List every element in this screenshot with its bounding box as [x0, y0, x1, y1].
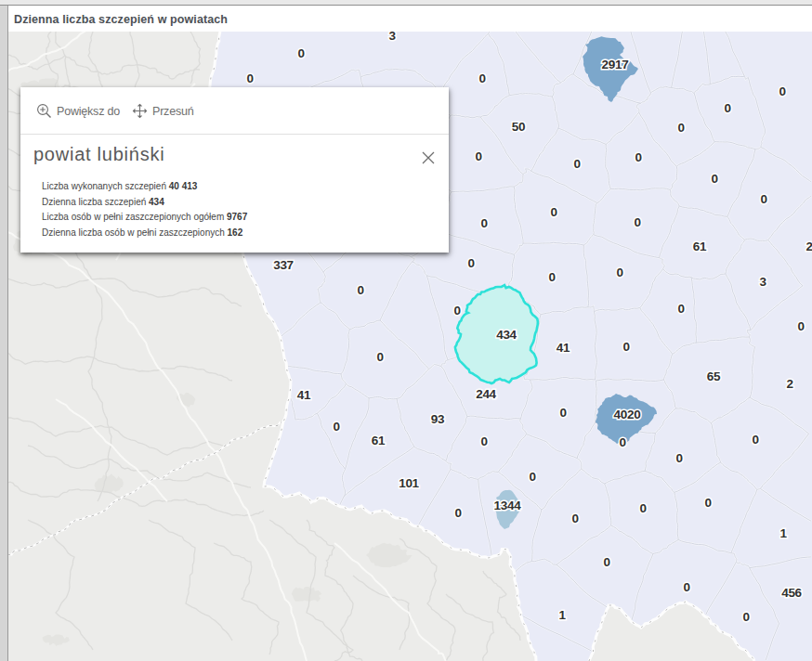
svg-text:1: 1 — [779, 526, 787, 540]
svg-text:2: 2 — [786, 377, 792, 391]
svg-text:0: 0 — [550, 205, 557, 219]
svg-text:0: 0 — [376, 350, 383, 364]
svg-text:50: 50 — [512, 120, 525, 134]
svg-text:0: 0 — [297, 46, 304, 60]
svg-text:0: 0 — [616, 266, 622, 279]
svg-text:1344: 1344 — [494, 499, 522, 512]
svg-text:3: 3 — [759, 275, 766, 289]
svg-text:61: 61 — [693, 240, 707, 253]
svg-text:0: 0 — [677, 302, 684, 316]
svg-text:0: 0 — [634, 215, 640, 229]
svg-text:244: 244 — [476, 387, 496, 401]
svg-text:0: 0 — [797, 319, 804, 333]
svg-text:3: 3 — [388, 32, 396, 43]
svg-text:0: 0 — [683, 580, 689, 594]
svg-text:0: 0 — [711, 172, 717, 186]
svg-text:0: 0 — [333, 420, 339, 434]
svg-text:1: 1 — [558, 608, 566, 622]
svg-text:41: 41 — [557, 341, 570, 355]
svg-text:2: 2 — [805, 240, 812, 253]
svg-text:0: 0 — [571, 512, 578, 525]
svg-text:337: 337 — [273, 258, 294, 272]
svg-text:0: 0 — [480, 216, 487, 230]
svg-text:41: 41 — [297, 388, 311, 402]
svg-text:65: 65 — [707, 369, 721, 383]
svg-text:0: 0 — [573, 157, 580, 171]
svg-text:0: 0 — [454, 506, 461, 520]
svg-text:61: 61 — [372, 434, 386, 447]
svg-text:0: 0 — [475, 149, 481, 163]
svg-text:93: 93 — [431, 412, 445, 426]
svg-text:0: 0 — [478, 71, 485, 85]
svg-text:434: 434 — [496, 328, 517, 342]
svg-text:0: 0 — [635, 150, 641, 164]
svg-text:0: 0 — [559, 406, 566, 420]
svg-text:0: 0 — [246, 71, 253, 85]
svg-text:0: 0 — [779, 84, 785, 98]
svg-text:0: 0 — [529, 470, 535, 484]
svg-text:4020: 4020 — [614, 408, 641, 421]
svg-text:2917: 2917 — [602, 58, 629, 71]
svg-text:0: 0 — [619, 435, 625, 449]
svg-text:0: 0 — [724, 101, 730, 115]
svg-text:0: 0 — [480, 434, 487, 448]
svg-text:0: 0 — [639, 501, 646, 515]
svg-text:101: 101 — [399, 476, 419, 490]
svg-text:0: 0 — [704, 496, 711, 510]
svg-text:0: 0 — [675, 451, 682, 465]
svg-text:0: 0 — [742, 610, 749, 624]
svg-text:0: 0 — [548, 270, 555, 284]
svg-text:0: 0 — [677, 121, 684, 135]
svg-text:0: 0 — [752, 433, 758, 447]
svg-text:0: 0 — [603, 555, 609, 569]
svg-text:456: 456 — [781, 586, 802, 600]
svg-text:0: 0 — [357, 283, 363, 297]
svg-text:0: 0 — [760, 192, 766, 206]
svg-text:0: 0 — [467, 256, 474, 270]
svg-text:0: 0 — [622, 340, 629, 354]
svg-text:0: 0 — [453, 304, 460, 318]
